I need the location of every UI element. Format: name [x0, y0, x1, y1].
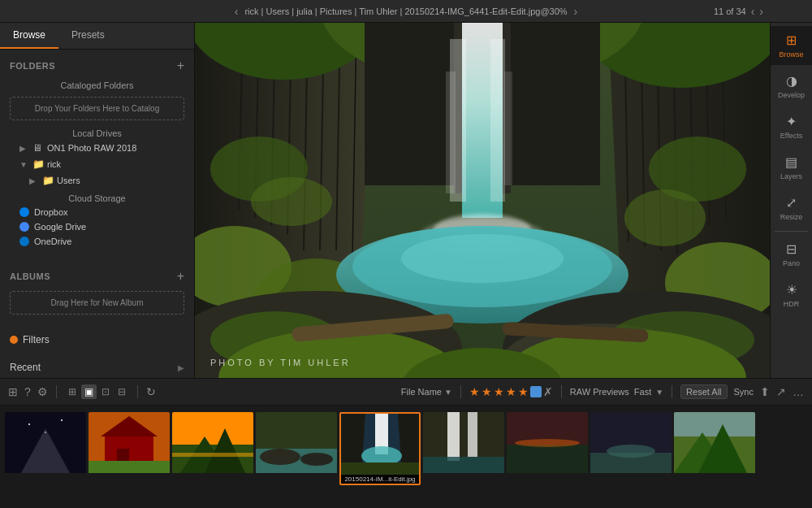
left-sidebar: Browse Presets Folders + Cataloged Folde…: [0, 23, 195, 378]
toolbar-sep-5: [672, 385, 672, 398]
view-grid-icon[interactable]: ⊞: [65, 384, 80, 399]
cloud-item-gdrive[interactable]: Google Drive: [0, 219, 194, 234]
grid-small-icon[interactable]: ⊞: [8, 385, 18, 398]
right-panel-resize[interactable]: ⤢ Resize: [771, 189, 812, 228]
star-3: ★: [494, 385, 504, 398]
filters-row[interactable]: Filters: [0, 329, 194, 350]
right-panel-develop[interactable]: ◑ Develop: [771, 67, 812, 106]
filmstrip-item-7[interactable]: [590, 412, 672, 485]
reject-icon[interactable]: ✗: [543, 385, 553, 398]
svg-rect-76: [341, 462, 421, 475]
right-panel-hdr[interactable]: ☀ HDR: [771, 276, 812, 315]
view-icons-group: ⊞ ▣ ⊡ ⊟: [65, 384, 129, 399]
star-1: ★: [469, 385, 480, 398]
cloud-item-onedrive[interactable]: OneDrive: [0, 234, 194, 249]
view-single-icon[interactable]: ▣: [81, 384, 97, 399]
develop-icon: ◑: [786, 73, 797, 89]
drive-label-on1: ON1 Photo RAW 2018: [47, 143, 136, 153]
toolbar-sep-4: [561, 385, 562, 398]
filmstrip-item-0[interactable]: [5, 412, 86, 485]
view-filmstrip-icon[interactable]: ⊟: [114, 384, 129, 399]
counter-prev[interactable]: ‹: [751, 5, 755, 18]
filmstrip-item-1[interactable]: [89, 412, 170, 485]
svg-rect-32: [490, 39, 505, 202]
right-panel-layers[interactable]: ▤ Layers: [771, 148, 812, 187]
tab-presets[interactable]: Presets: [58, 23, 118, 49]
filter-dot-icon: [10, 336, 18, 344]
filmstrip-active-label: 20150214-IM...it-Edit.jpg: [341, 475, 419, 484]
pano-icon: ⊟: [786, 241, 797, 257]
reset-all-button[interactable]: Reset All: [680, 384, 727, 399]
share-icon[interactable]: ↗: [776, 385, 786, 398]
catalog-drop-zone[interactable]: Drop Your Folders Here to Catalog: [10, 97, 184, 120]
hdr-label: HDR: [784, 300, 800, 308]
raw-preview-dropdown[interactable]: RAW Previews Fast ▼: [570, 387, 663, 397]
filmstrip-item-2[interactable]: [172, 412, 253, 485]
thumb-5-img: [423, 412, 504, 473]
more-icon[interactable]: …: [793, 385, 804, 398]
filmstrip: 20150214-IM...it-Edit.jpg: [0, 406, 812, 491]
recent-label: Recent: [10, 362, 41, 373]
folder-icon-rick: 📁: [32, 158, 44, 170]
prev-arrow[interactable]: ‹: [235, 5, 239, 18]
dropbox-icon: [19, 207, 29, 217]
filmstrip-item-8[interactable]: [674, 412, 755, 485]
tab-browse[interactable]: Browse: [0, 23, 58, 49]
right-panel-effects[interactable]: ✦ Effects: [771, 107, 812, 146]
right-panel-pano[interactable]: ⊟ Pano: [771, 235, 812, 274]
filename-dropdown[interactable]: File Name ▼: [401, 387, 452, 397]
svg-text:PHOTO BY TIM UHLER: PHOTO BY TIM UHLER: [210, 358, 351, 367]
right-panel-browse[interactable]: ⊞ Browse: [771, 26, 812, 65]
filters-label: Filters: [23, 334, 50, 345]
folder-icon-on1: 🖥: [32, 142, 44, 154]
tree-item-on1[interactable]: ▶ 🖥 ON1 Photo RAW 2018: [0, 140, 194, 156]
albums-title: Albums: [10, 271, 50, 281]
folder-icon-users: 📁: [42, 175, 54, 186]
folders-section: Folders + Cataloged Folders Drop Your Fo…: [0, 50, 194, 254]
resize-label: Resize: [780, 213, 803, 221]
cloud-item-dropbox[interactable]: Dropbox: [0, 205, 194, 219]
album-drop-zone[interactable]: Drag Here for New Album: [10, 291, 184, 315]
rotate-icon[interactable]: ↻: [146, 385, 156, 398]
thumb-0-img: [5, 412, 86, 473]
breadcrumb: ‹ rick | Users | julia | Pictures | Tim …: [235, 5, 578, 18]
export-icon[interactable]: ⬆: [760, 385, 770, 398]
view-compare-icon[interactable]: ⊡: [98, 384, 113, 399]
toolbar-sep-1: [56, 385, 57, 398]
albums-header: Albums +: [0, 265, 194, 288]
albums-add-button[interactable]: +: [177, 270, 184, 283]
filmstrip-item-3[interactable]: [256, 412, 337, 485]
color-label-square[interactable]: [530, 386, 542, 397]
develop-label: Develop: [778, 91, 805, 99]
filmstrip-item-6[interactable]: [507, 412, 588, 485]
gdrive-label: Google Drive: [34, 222, 86, 232]
svg-rect-79: [468, 412, 477, 457]
tree-item-users[interactable]: ▶ 📁 Users: [0, 172, 194, 189]
toolbar-sep-3: [460, 385, 461, 398]
bottom-toolbar: ⊞ ? ⚙ ⊞ ▣ ⊡ ⊟ ↻ File Name ▼ ★ ★ ★ ★ ★ ✗ …: [0, 378, 812, 406]
svg-rect-78: [447, 412, 460, 461]
thumb-4-img: [341, 414, 421, 475]
tree-item-rick[interactable]: ▼ 📁 rick: [0, 156, 194, 172]
settings-icon[interactable]: ⚙: [37, 385, 48, 398]
effects-label: Effects: [780, 132, 802, 140]
svg-point-56: [45, 432, 46, 433]
cloud-storage-title: Cloud Storage: [0, 189, 194, 205]
svg-rect-80: [423, 457, 504, 473]
recent-row[interactable]: Recent ▶: [0, 357, 194, 378]
svg-rect-61: [89, 461, 170, 473]
star-5: ★: [518, 385, 529, 398]
folders-header: Folders +: [0, 54, 194, 77]
svg-point-70: [300, 453, 333, 466]
filmstrip-item-4[interactable]: 20150214-IM...it-Edit.jpg: [339, 412, 421, 485]
filmstrip-item-5[interactable]: [423, 412, 504, 485]
star-rating[interactable]: ★ ★ ★ ★ ★ ✗: [469, 385, 553, 398]
next-arrow[interactable]: ›: [574, 5, 578, 18]
svg-rect-88: [674, 412, 755, 436]
folders-add-button[interactable]: +: [177, 59, 184, 72]
thumb-7-img: [590, 412, 672, 473]
info-icon[interactable]: ?: [24, 385, 31, 398]
svg-rect-66: [172, 453, 253, 457]
counter-next[interactable]: ›: [759, 5, 763, 18]
sync-button[interactable]: Sync: [734, 387, 754, 397]
